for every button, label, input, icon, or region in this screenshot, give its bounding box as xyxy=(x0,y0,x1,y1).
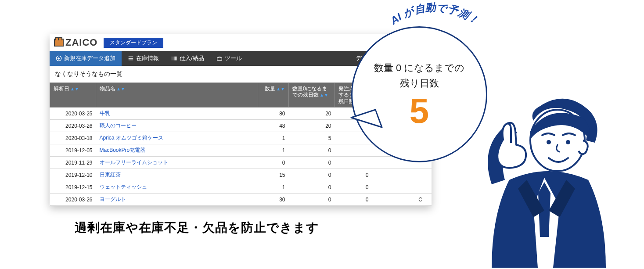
cell-item-link[interactable]: ヨーグルト xyxy=(96,194,258,206)
svg-point-8 xyxy=(566,140,570,144)
caption: 過剰在庫や在庫不足・欠品を防止できます xyxy=(75,219,319,236)
nav-label: 仕入/納品 xyxy=(180,54,204,62)
nav-spacer xyxy=(248,51,350,66)
nav-tools[interactable]: ツール xyxy=(210,51,248,66)
box-icon xyxy=(54,39,64,47)
cell-item-link[interactable]: ウェットティッシュ xyxy=(96,181,258,194)
table-row: 2019-12-15ウェットティッシュ100 xyxy=(50,181,432,194)
col-date[interactable]: 解析日▲▼ xyxy=(50,83,96,108)
cell-days-reorder: 0 xyxy=(335,194,372,206)
cell-extra1 xyxy=(372,169,410,181)
cell-days-reorder xyxy=(335,157,372,169)
sort-icon: ▲▼ xyxy=(116,86,125,91)
list-icon xyxy=(128,55,134,61)
cell-item-link[interactable]: 牛乳 xyxy=(96,108,258,120)
cell-item-link[interactable]: MacBookPro充電器 xyxy=(96,144,258,157)
col-qty[interactable]: 数量▲▼ xyxy=(258,83,289,108)
nav-add-inventory[interactable]: 新規在庫データ追加 xyxy=(50,51,122,66)
cell-qty: 1 xyxy=(258,144,289,157)
cell-item-link[interactable]: Aprica オムツゴミ箱ケース xyxy=(96,132,258,144)
sort-icon: ▲▼ xyxy=(320,93,328,97)
cell-qty: 1 xyxy=(258,132,289,144)
nav-inventory-info[interactable]: 在庫情報 xyxy=(122,51,165,66)
cell-date: 2020-03-25 xyxy=(50,108,96,120)
col-name[interactable]: 物品名▲▼ xyxy=(96,83,258,108)
cell-days-zero: 20 xyxy=(289,108,335,120)
headline-arc: AI が自動で予測！ xyxy=(364,0,505,53)
svg-rect-1 xyxy=(217,57,222,60)
cell-extra2: C xyxy=(410,194,432,206)
plus-circle-icon xyxy=(56,55,62,61)
cell-date: 2020-03-26 xyxy=(50,120,96,132)
barcode-icon xyxy=(171,55,177,61)
toolbox-icon xyxy=(216,55,223,61)
sort-icon: ▲▼ xyxy=(70,86,79,91)
cell-qty: 15 xyxy=(258,169,289,181)
bubble-line2: 残り日数 xyxy=(400,75,439,91)
cell-days-reorder: 0 xyxy=(335,169,372,181)
cell-qty: 1 xyxy=(258,181,289,194)
bubble-line1: 数量 0 になるまでの xyxy=(374,60,464,75)
cell-extra2 xyxy=(410,169,432,181)
cell-qty: 48 xyxy=(258,120,289,132)
logo-text: ZAICO xyxy=(65,37,97,48)
cell-extra1 xyxy=(372,194,410,206)
table-row: 2020-03-26ヨーグルト3000C xyxy=(50,194,432,206)
nav-label: ツール xyxy=(225,54,242,62)
cell-date: 2019-12-10 xyxy=(50,169,96,181)
bubble-number: 5 xyxy=(410,93,429,129)
cell-days-zero: 0 xyxy=(289,169,335,181)
cell-days-reorder: 0 xyxy=(335,181,372,194)
businessman-illustration xyxy=(461,92,628,268)
cell-date: 2020-03-18 xyxy=(50,132,96,144)
cell-days-zero: 5 xyxy=(289,132,335,144)
arc-text: AI が自動で予測！ xyxy=(388,1,481,27)
cell-date: 2019-11-29 xyxy=(50,157,96,169)
cell-days-zero: 0 xyxy=(289,194,335,206)
plan-badge: スタンダードプラン xyxy=(104,38,163,48)
cell-extra1 xyxy=(372,181,410,194)
cell-item-link[interactable]: オールフリーライムショット xyxy=(96,157,258,169)
cell-days-zero: 20 xyxy=(289,120,335,132)
table-row: 2019-12-05MacBookPro充電器10 xyxy=(50,144,432,157)
cell-date: 2020-03-26 xyxy=(50,194,96,206)
col-days-zero[interactable]: 数量0になるまでの残日数▲▼ xyxy=(289,83,335,108)
cell-item-link[interactable]: 職人のコーヒー xyxy=(96,120,258,132)
table-row: 2019-11-29オールフリーライムショット00 xyxy=(50,157,432,169)
cell-days-reorder xyxy=(335,144,372,157)
table-row: 2019-12-10日東紅茶1500 xyxy=(50,169,432,181)
logo: ZAICO xyxy=(54,37,97,48)
svg-point-7 xyxy=(547,140,551,144)
cell-date: 2019-12-05 xyxy=(50,144,96,157)
nav-shipping[interactable]: 仕入/納品 xyxy=(165,51,210,66)
cell-qty: 80 xyxy=(258,108,289,120)
cell-qty: 0 xyxy=(258,157,289,169)
cell-days-zero: 0 xyxy=(289,157,335,169)
cell-days-zero: 0 xyxy=(289,144,335,157)
cell-days-zero: 0 xyxy=(289,181,335,194)
cell-date: 2019-12-15 xyxy=(50,181,96,194)
cell-item-link[interactable]: 日東紅茶 xyxy=(96,169,258,181)
nav-label: 新規在庫データ追加 xyxy=(64,54,115,62)
nav-label: 在庫情報 xyxy=(136,54,159,62)
cell-qty: 30 xyxy=(258,194,289,206)
cell-extra2 xyxy=(410,181,432,194)
sort-icon: ▲▼ xyxy=(276,86,285,91)
